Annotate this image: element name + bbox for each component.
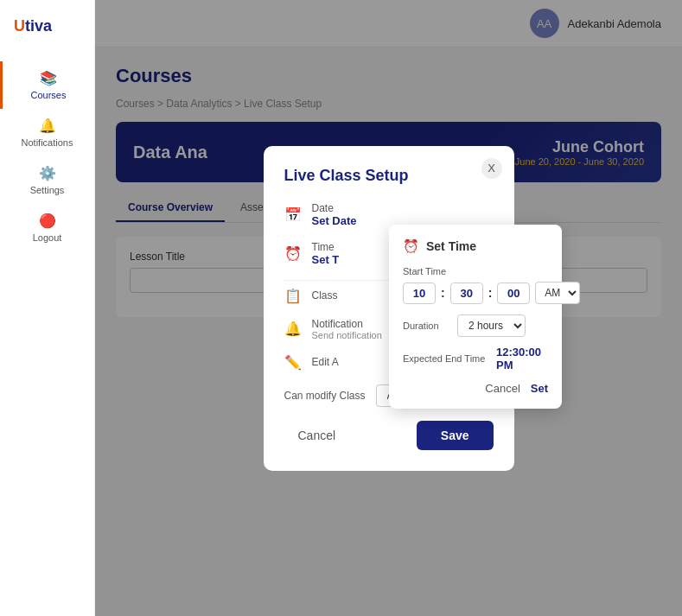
sidebar-item-settings[interactable]: ⚙️ Settings	[0, 156, 94, 204]
calendar-icon: 📅	[284, 206, 302, 223]
sidebar-item-notifications[interactable]: 🔔 Notifications	[0, 109, 94, 156]
clock-icon: ⏰	[284, 245, 302, 262]
sidebar-accent	[0, 78, 3, 109]
modal-title: Live Class Setup	[284, 167, 494, 185]
edit-icon: ✏️	[284, 354, 302, 371]
date-label: Date	[312, 202, 494, 214]
main-content: AA Adekanbi Ademola Courses Courses > Da…	[95, 0, 682, 616]
colon2: :	[488, 286, 493, 300]
start-time-row: 10 11 12 : 30 00 15 45 : 00 30 AM	[403, 282, 548, 304]
duration-select[interactable]: 2 hours 1 hour 3 hours	[457, 314, 526, 337]
sidebar-item-label: Courses	[31, 90, 67, 100]
duration-label: Duration	[403, 321, 450, 331]
end-time-value: 12:30:00 PM	[496, 346, 548, 372]
second-select[interactable]: 00 30	[497, 283, 530, 304]
colon1: :	[441, 286, 445, 300]
minute-select[interactable]: 30 00 15 45	[450, 283, 483, 304]
sidebar-item-courses[interactable]: 📚 Courses	[0, 61, 94, 109]
settings-icon: ⚙️	[39, 165, 56, 181]
popup-cancel-button[interactable]: Cancel	[485, 382, 519, 395]
sidebar-item-label: Settings	[30, 185, 65, 195]
modify-label: Can modify Class	[284, 390, 366, 402]
courses-icon: 📚	[40, 70, 57, 86]
sidebar-item-label: Logout	[33, 232, 62, 243]
sidebar-item-logout[interactable]: 🔴 Logout	[0, 204, 94, 251]
logout-icon: 🔴	[39, 213, 56, 229]
time-popup-icon: ⏰	[403, 238, 419, 254]
notifications-icon: 🔔	[39, 117, 56, 134]
time-popup-header: ⏰ Set Time	[403, 238, 548, 254]
popup-set-button[interactable]: Set	[531, 382, 548, 395]
sidebar-item-label: Notifications	[22, 137, 73, 148]
cancel-button[interactable]: Cancel	[284, 421, 350, 450]
bell-icon: 🔔	[284, 321, 302, 337]
end-time-row: Expected End Time 12:30:00 PM	[403, 346, 548, 372]
start-time-label: Start Time	[403, 266, 548, 276]
hour-select[interactable]: 10 11 12	[403, 283, 436, 304]
end-time-label: Expected End Time	[403, 353, 489, 364]
time-popup-title: Set Time	[426, 239, 476, 253]
save-button[interactable]: Save	[417, 421, 494, 450]
ampm-select[interactable]: AM PM	[535, 282, 580, 304]
date-field: 📅 Date Set Date	[284, 202, 494, 227]
logo: Utiva	[0, 17, 52, 35]
date-content: Date Set Date	[312, 202, 494, 227]
time-popup: ⏰ Set Time Start Time 10 11 12 : 30 00 1…	[389, 225, 562, 409]
popup-actions: Cancel Set	[403, 382, 548, 395]
modal-close-button[interactable]: X	[481, 158, 502, 179]
class-icon: 📋	[284, 288, 302, 304]
duration-row: Duration 2 hours 1 hour 3 hours	[403, 314, 548, 337]
sidebar: Utiva 📚 Courses 🔔 Notifications ⚙️ Setti…	[0, 0, 95, 616]
modal-overlay: X Live Class Setup 📅 Date Set Date ⏰ Tim…	[95, 0, 682, 616]
modal-actions: Cancel Save	[284, 421, 494, 450]
